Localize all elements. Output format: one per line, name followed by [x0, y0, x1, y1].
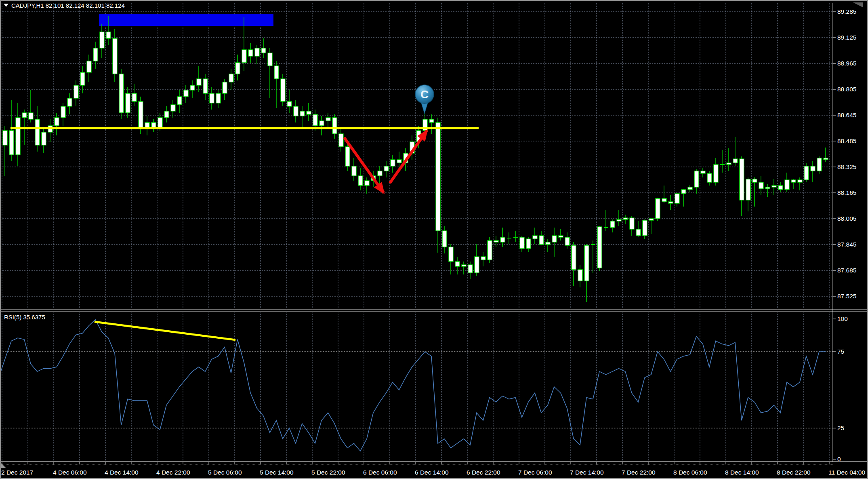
candle-body: [294, 106, 298, 116]
candle-body: [449, 247, 453, 262]
candle-body: [733, 159, 738, 163]
rsi-tick-label: 100: [837, 315, 848, 322]
candle-body: [559, 236, 563, 237]
candle-body: [113, 38, 117, 74]
candle-body: [391, 160, 395, 166]
candle-body: [80, 72, 85, 85]
candle-body: [481, 257, 485, 260]
rsi-tick-label: 75: [837, 348, 844, 355]
candle-body: [158, 118, 162, 127]
candle-body: [500, 237, 505, 242]
annotation-rectangle-layer[interactable]: [99, 14, 273, 26]
candle-body: [365, 181, 369, 186]
candle-body: [630, 218, 634, 229]
candle-body: [539, 236, 544, 245]
candle-body: [565, 237, 570, 245]
candle-body: [67, 98, 72, 106]
candle-body: [597, 227, 602, 268]
candle-body: [9, 131, 14, 155]
candle-body: [139, 101, 143, 129]
rsi-tick-label: 25: [837, 424, 844, 431]
candle-body: [617, 219, 621, 221]
candle-body: [87, 61, 91, 72]
candle: [119, 69, 124, 119]
candle-body: [55, 118, 59, 126]
candle-body: [397, 160, 401, 163]
rsi-indicator-label: RSI(5) 35.6375: [4, 314, 45, 321]
candle-body: [798, 180, 802, 182]
candle-body: [177, 97, 182, 105]
price-tick-label: 88.645: [837, 112, 856, 118]
candle-body: [274, 66, 279, 79]
candle-body: [132, 93, 137, 101]
candle: [281, 74, 285, 106]
time-tick-label: 6 Dec 06:00: [363, 469, 397, 476]
candle-body: [100, 32, 104, 48]
rectangle-annotation[interactable]: [99, 14, 273, 26]
candle-body: [675, 194, 679, 203]
candle-body: [475, 257, 479, 273]
candle-body: [29, 113, 33, 119]
candle-body: [765, 187, 770, 189]
candle-body: [494, 241, 498, 242]
candle-body: [197, 79, 201, 85]
candle-body: [313, 114, 317, 126]
candle-body: [151, 122, 156, 127]
candle-body: [688, 187, 692, 190]
candle-body: [3, 131, 7, 145]
candle-body: [462, 265, 466, 266]
candle-body: [759, 182, 763, 189]
candle-body: [707, 173, 712, 182]
candle: [597, 226, 602, 271]
candle-body: [300, 111, 305, 116]
price-tick-label: 88.165: [837, 189, 856, 196]
chart-canvas[interactable]: C 89.28589.12588.96588.80588.64588.48588…: [0, 0, 868, 479]
time-tick-label: 4 Dec 22:00: [156, 469, 190, 476]
candle: [488, 237, 492, 263]
candle-body: [171, 105, 175, 111]
time-tick-label: 7 Dec 14:00: [570, 469, 604, 476]
candle-body: [740, 159, 744, 200]
candle-body: [248, 50, 253, 56]
time-tick-label: 8 Dec 14:00: [725, 469, 759, 476]
candle-body: [287, 101, 292, 106]
candle-body: [345, 147, 350, 166]
candle-body: [817, 158, 822, 171]
candle-body: [22, 113, 27, 118]
time-tick-label: 5 Dec 14:00: [260, 469, 294, 476]
candle-body: [694, 171, 699, 187]
candle-body: [578, 270, 582, 281]
candle-body: [520, 237, 524, 249]
candle-body: [662, 198, 666, 202]
candle-body: [488, 241, 492, 260]
candle-body: [649, 219, 654, 220]
candle-body: [16, 118, 20, 155]
candle-body: [572, 245, 576, 270]
candle-body: [126, 93, 130, 113]
candle-body: [552, 236, 557, 242]
rsi-tick-label: 0: [837, 456, 841, 462]
candle-body: [119, 74, 124, 113]
chart-window[interactable]: C 89.28589.12588.96588.80588.64588.48588…: [0, 0, 868, 479]
candle-body: [468, 265, 473, 273]
time-tick-label: 4 Dec 06:00: [53, 469, 87, 476]
candle-body: [223, 82, 227, 93]
candle-body: [93, 48, 98, 61]
candle-body: [610, 221, 615, 228]
time-tick-label: 7 Dec 22:00: [622, 469, 656, 476]
candle-body: [106, 32, 111, 38]
candle-body: [378, 171, 382, 176]
price-tick-label: 87.685: [837, 267, 856, 274]
candle-body: [268, 53, 272, 66]
time-tick-label: 6 Dec 14:00: [415, 469, 449, 476]
candle-body: [203, 79, 208, 93]
candle-body: [701, 171, 705, 173]
time-tick-label: 5 Dec 22:00: [311, 469, 345, 476]
time-tick-label: 6 Dec 22:00: [467, 469, 500, 476]
candle-body: [656, 198, 660, 219]
price-tick-label: 87.845: [837, 241, 856, 248]
candle-body: [791, 180, 796, 182]
candle-body: [281, 79, 285, 101]
price-tick-label: 88.005: [837, 215, 856, 222]
candle-body: [824, 158, 828, 160]
